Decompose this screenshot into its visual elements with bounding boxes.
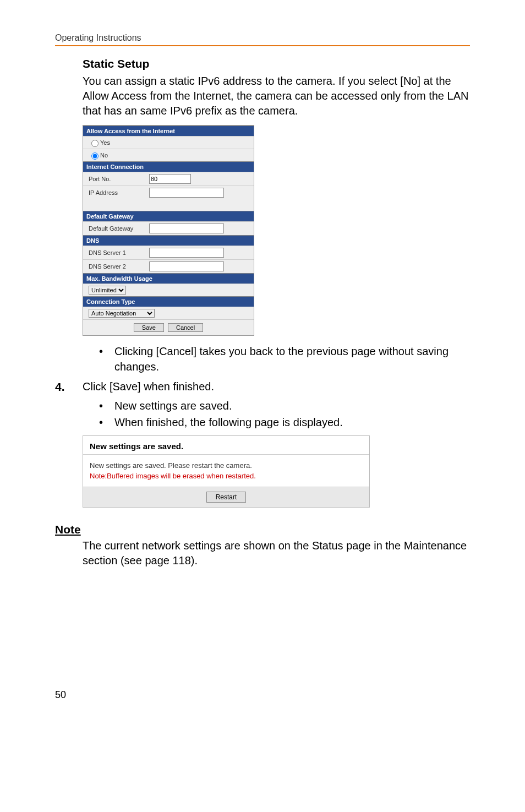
page-number: 50: [55, 689, 470, 701]
saved-line1: New settings are saved. Please restart t…: [90, 461, 363, 470]
bullet-icon: •: [99, 398, 114, 413]
dns1-label: DNS Server 1: [89, 249, 149, 256]
port-no-label: Port No.: [89, 176, 149, 182]
connection-type-header: Connection Type: [83, 296, 254, 307]
internet-connection-header: Internet Connection: [83, 161, 254, 172]
ip-address-input[interactable]: [149, 188, 224, 198]
bandwidth-row: Unlimited: [83, 284, 254, 296]
section-title: Static Setup: [83, 57, 470, 70]
bullet-icon: •: [99, 344, 114, 374]
ip-address-label: IP Address: [89, 189, 149, 196]
note-heading: Note: [55, 523, 470, 536]
dns2-label: DNS Server 2: [89, 263, 149, 270]
dns2-input[interactable]: [149, 261, 224, 271]
radio-yes[interactable]: [91, 140, 99, 147]
step-4: 4. Click [Save] when finished.: [55, 379, 470, 395]
default-gateway-label: Default Gateway: [89, 225, 149, 232]
conn-type-row: Auto Negotiation: [83, 307, 254, 319]
step4-bullet-2-text: When finished, the following page is dis…: [114, 415, 343, 430]
step-4-number: 4.: [55, 379, 83, 395]
gateway-row: Default Gateway: [83, 221, 254, 235]
dns2-row: DNS Server 2: [83, 259, 254, 273]
port-no-input[interactable]: [149, 174, 191, 184]
no-label: No: [100, 152, 108, 159]
bandwidth-select[interactable]: Unlimited: [89, 286, 126, 295]
save-button[interactable]: Save: [134, 323, 164, 332]
saved-button-bar: Restart: [83, 487, 369, 507]
ip-row: IP Address: [83, 186, 254, 211]
step-4-text: Click [Save] when finished.: [83, 379, 214, 395]
port-row: Port No.: [83, 172, 254, 186]
saved-settings-dialog: New settings are saved. New settings are…: [83, 435, 370, 508]
yes-label: Yes: [100, 139, 110, 146]
restart-button[interactable]: Restart: [206, 492, 247, 503]
saved-title: New settings are saved.: [83, 436, 369, 455]
header-rule: [55, 45, 470, 46]
intro-paragraph: You can assign a static IPv6 address to …: [83, 74, 470, 118]
step4-bullet-1-text: New settings are saved.: [114, 398, 232, 413]
step4-bullet-2: • When finished, the following page is d…: [99, 415, 470, 430]
bullet-icon: •: [99, 415, 114, 430]
radio-no[interactable]: [91, 152, 99, 160]
bandwidth-header: Max. Bandwidth Usage: [83, 273, 254, 284]
allow-access-header: Allow Access from the Internet: [83, 126, 254, 136]
allow-no-row: No: [83, 149, 254, 161]
saved-line2: Note:Buffered images will be erased when…: [90, 472, 363, 480]
allow-yes-row: Yes: [83, 136, 254, 149]
dns1-row: DNS Server 1: [83, 246, 254, 259]
form-button-row: Save Cancel: [83, 319, 254, 335]
static-setup-form: Allow Access from the Internet Yes No In…: [83, 125, 254, 336]
default-gateway-header: Default Gateway: [83, 211, 254, 221]
cancel-note: • Clicking [Cancel] takes you back to th…: [99, 344, 470, 374]
dns-header: DNS: [83, 235, 254, 246]
conn-type-select[interactable]: Auto Negotiation: [89, 309, 155, 318]
default-gateway-input[interactable]: [149, 224, 224, 233]
step4-bullet-1: • New settings are saved.: [99, 398, 470, 413]
cancel-note-text: Clicking [Cancel] takes you back to the …: [114, 344, 470, 374]
page-header: Operating Instructions: [55, 33, 470, 43]
dns1-input[interactable]: [149, 248, 224, 258]
note-text: The current network settings are shown o…: [83, 538, 470, 568]
cancel-button[interactable]: Cancel: [168, 323, 203, 332]
saved-body: New settings are saved. Please restart t…: [83, 455, 369, 487]
